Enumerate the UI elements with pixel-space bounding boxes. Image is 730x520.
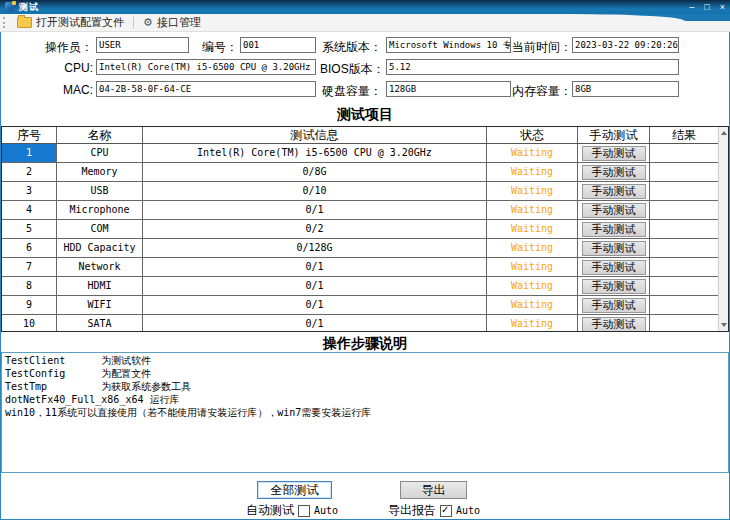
cell-result bbox=[650, 315, 718, 332]
auto-test-option: Auto bbox=[314, 505, 338, 516]
maximize-icon[interactable]: □ bbox=[704, 1, 709, 14]
memory-capacity-label: 内存容量： bbox=[512, 83, 568, 100]
memory-capacity-field[interactable]: 8GB bbox=[572, 81, 679, 97]
cell-manual-test: 手动测试 bbox=[578, 277, 650, 295]
cell-name: WIFI bbox=[57, 296, 143, 314]
instructions-textarea[interactable]: TestClient 为测试软件 TestConfig 为配置文件 TestTm… bbox=[1, 352, 729, 473]
cell-name: Memory bbox=[57, 163, 143, 181]
cell-no: 4 bbox=[2, 201, 57, 219]
manual-test-button[interactable]: 手动测试 bbox=[582, 184, 646, 199]
cell-manual-test: 手动测试 bbox=[578, 258, 650, 276]
cell-no: 7 bbox=[2, 258, 57, 276]
cell-status: Waiting bbox=[487, 163, 578, 181]
manual-test-button[interactable]: 手动测试 bbox=[582, 203, 646, 218]
export-report-checkbox[interactable] bbox=[440, 505, 452, 517]
cell-info: 0/1 bbox=[143, 201, 487, 219]
table-row[interactable]: 7Network0/1Waiting手动测试 bbox=[2, 258, 728, 277]
cell-status: Waiting bbox=[487, 315, 578, 332]
cell-info: Intel(R) Core(TM) i5-6500 CPU @ 3.20GHz bbox=[143, 144, 487, 162]
table-row[interactable]: 10SATA0/1Waiting手动测试 bbox=[2, 315, 728, 332]
cell-manual-test: 手动测试 bbox=[578, 144, 650, 162]
cell-name: HDD Capacity bbox=[57, 239, 143, 257]
cell-name: SATA bbox=[57, 315, 143, 332]
table-row[interactable]: 8HDMI0/1Waiting手动测试 bbox=[2, 277, 728, 296]
table-row[interactable]: 5COM0/2Waiting手动测试 bbox=[2, 220, 728, 239]
title-bar: 测试 – □ × bbox=[0, 0, 730, 14]
cell-no: 1 bbox=[2, 144, 57, 162]
cell-status: Waiting bbox=[487, 258, 578, 276]
manual-test-button[interactable]: 手动测试 bbox=[582, 279, 646, 294]
app-icon bbox=[5, 2, 15, 12]
table-row[interactable]: 1CPUIntel(R) Core(TM) i5-6500 CPU @ 3.20… bbox=[2, 144, 728, 163]
cell-no: 9 bbox=[2, 296, 57, 314]
cell-result bbox=[650, 144, 718, 162]
mac-field[interactable]: 04-2B-58-0F-64-CE bbox=[96, 81, 316, 97]
scrollbar-down-icon[interactable] bbox=[721, 323, 727, 327]
interface-management-button[interactable]: ⚙ 接口管理 bbox=[139, 14, 205, 31]
manual-test-button[interactable]: 手动测试 bbox=[582, 317, 646, 332]
header-no: 序号 bbox=[2, 127, 57, 143]
window-title: 测试 bbox=[19, 1, 39, 14]
table-row[interactable]: 4Microphone0/1Waiting手动测试 bbox=[2, 201, 728, 220]
header-manual-test: 手动测试 bbox=[578, 127, 650, 143]
header-info: 测试信息 bbox=[143, 127, 487, 143]
cpu-field[interactable]: Intel(R) Core(TM) i5-6500 CPU @ 3.20GHz bbox=[96, 59, 316, 75]
open-config-label: 打开测试配置文件 bbox=[36, 15, 124, 30]
os-version-field[interactable]: Microsoft Windows 10 专 bbox=[386, 37, 511, 53]
cell-name: USB bbox=[57, 182, 143, 200]
manual-test-button[interactable]: 手动测试 bbox=[582, 260, 646, 275]
manual-test-button[interactable]: 手动测试 bbox=[582, 165, 646, 180]
operator-field[interactable]: USER bbox=[96, 37, 189, 53]
cell-info: 0/1 bbox=[143, 258, 487, 276]
titlebar-swoosh-decoration bbox=[570, 14, 730, 21]
minimize-icon[interactable]: – bbox=[689, 1, 694, 14]
manual-test-button[interactable]: 手动测试 bbox=[582, 298, 646, 313]
table-row[interactable]: 3USB0/10Waiting手动测试 bbox=[2, 182, 728, 201]
mac-label: MAC: bbox=[20, 83, 93, 97]
cell-status: Waiting bbox=[487, 144, 578, 162]
table-row[interactable]: 2Memory0/8GWaiting手动测试 bbox=[2, 163, 728, 182]
cell-manual-test: 手动测试 bbox=[578, 220, 650, 238]
table-row[interactable]: 9WIFI0/1Waiting手动测试 bbox=[2, 296, 728, 315]
table-body: 1CPUIntel(R) Core(TM) i5-6500 CPU @ 3.20… bbox=[2, 144, 728, 332]
cell-manual-test: 手动测试 bbox=[578, 296, 650, 314]
app-window: 测试 – □ × 打开测试配置文件 ⚙ 接口管理 操作员： USER 编号： 0… bbox=[0, 0, 730, 520]
manual-test-button[interactable]: 手动测试 bbox=[582, 241, 646, 256]
toolbar-grip bbox=[3, 17, 8, 28]
cell-status: Waiting bbox=[487, 201, 578, 219]
cell-result bbox=[650, 258, 718, 276]
cell-result bbox=[650, 220, 718, 238]
cell-status: Waiting bbox=[487, 239, 578, 257]
table-scrollbar[interactable] bbox=[718, 127, 728, 331]
auto-test-checkbox[interactable] bbox=[298, 505, 310, 517]
cell-name: Microphone bbox=[57, 201, 143, 219]
bios-field[interactable]: 5.12 bbox=[386, 59, 679, 75]
manual-test-button[interactable]: 手动测试 bbox=[582, 222, 646, 237]
export-report-option: Auto bbox=[456, 505, 480, 516]
cell-no: 10 bbox=[2, 315, 57, 332]
cell-info: 0/10 bbox=[143, 182, 487, 200]
number-field[interactable]: 001 bbox=[240, 37, 316, 53]
manual-test-button[interactable]: 手动测试 bbox=[582, 146, 646, 161]
cell-name: HDMI bbox=[57, 277, 143, 295]
cell-info: 0/8G bbox=[143, 163, 487, 181]
current-time-label: 当前时间： bbox=[512, 39, 568, 56]
close-icon[interactable]: × bbox=[720, 1, 725, 14]
cell-info: 0/2 bbox=[143, 220, 487, 238]
export-button[interactable]: 导出 bbox=[400, 481, 467, 499]
cell-info: 0/1 bbox=[143, 296, 487, 314]
instructions-title: 操作步骤说明 bbox=[0, 335, 730, 353]
scrollbar-up-icon[interactable] bbox=[721, 131, 727, 135]
table-row[interactable]: 6HDD Capacity0/128GWaiting手动测试 bbox=[2, 239, 728, 258]
hdd-capacity-field[interactable]: 128GB bbox=[386, 81, 511, 97]
cell-result bbox=[650, 201, 718, 219]
cell-manual-test: 手动测试 bbox=[578, 315, 650, 332]
current-time-field[interactable]: 2023-03-22 09:20:26 bbox=[572, 37, 679, 53]
test-all-button[interactable]: 全部测试 bbox=[257, 481, 332, 499]
open-config-button[interactable]: 打开测试配置文件 bbox=[13, 14, 128, 31]
cell-result bbox=[650, 239, 718, 257]
gear-icon: ⚙ bbox=[143, 17, 153, 28]
cell-name: COM bbox=[57, 220, 143, 238]
auto-test-label: 自动测试 bbox=[246, 502, 294, 519]
cell-no: 6 bbox=[2, 239, 57, 257]
